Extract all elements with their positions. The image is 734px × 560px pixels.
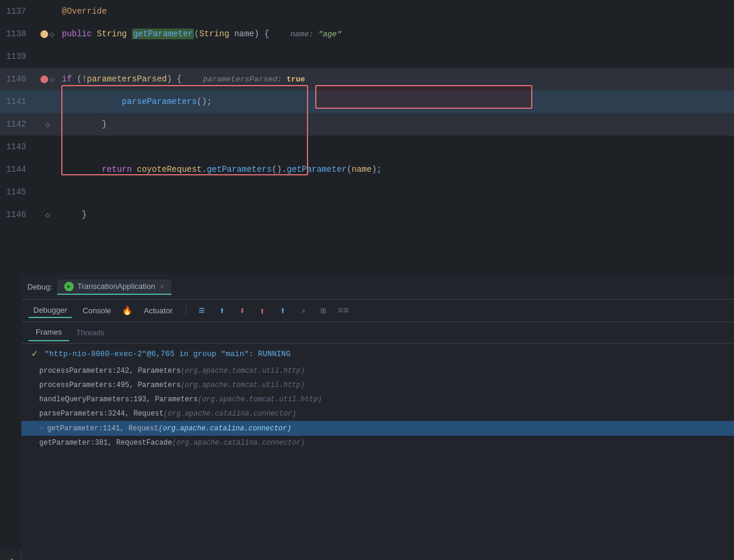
debug-panel: ↺ 🔧 ▶ ⏸ ⏹ ● ✏ Debug: TranscationApplicat… [0,275,734,560]
line-gutter: ◇ [36,210,59,220]
stack-frame-name: getParameter:381, RequestFacade [39,439,172,447]
thread-section: ✓ "http-nio-8080-exec-2"@6,765 in group … [21,344,734,560]
actuator-icon: 🔥 [122,306,132,316]
stack-frame-pkg: (org.apache.catalina.connector) [158,424,291,433]
code-line-1146: 1146 ◇ } [0,203,734,226]
sub-tab-frames[interactable]: Frames [29,324,69,341]
debug-panel-content: Debug: TranscationApplication × Debugger… [21,275,734,560]
stack-frame-2[interactable]: processParameters:495, Parameters (org.a… [21,378,734,392]
debug-label: Debug: [27,282,52,291]
line-content: @Override [59,7,734,16]
thread-name: "http-nio-8080-exec-2"@6,765 in group "m… [45,350,290,358]
code-line-1140: 1140 ◇ if (!parametersParsed) { paramete… [0,68,734,90]
debug-toolbar: Debugger Console 🔥 Actuator ≡ ⬆ ⬇ ⬇ ⬆ ↗ … [21,300,734,322]
stack-frame-1[interactable]: processParameters:242, Parameters (org.a… [21,364,734,378]
toolbar-sep-1 [186,305,186,317]
code-line-1143: 1143 [0,136,734,158]
line-gutter: ◇ [36,29,59,39]
line-gutter: ◇ [36,74,59,84]
toolbar-btn-step-out[interactable]: ⬇ [255,304,269,318]
debug-sidebar: ↺ 🔧 ▶ ⏸ ⏹ ● ✏ [0,549,21,560]
debug-diamond: ◇ [49,29,54,39]
line-number: 1138 [0,29,36,39]
stack-frame-name: parseParameters:3244, Request [39,410,164,418]
line-content: parseParameters(); [59,97,734,106]
debug-diamond-4: ◇ [45,210,50,220]
line-gutter: ◇ [36,119,59,130]
refresh-icon[interactable]: ↺ [4,554,17,560]
debug-tab-bar: Debug: TranscationApplication × [21,275,734,300]
line-number: 1141 [0,97,36,106]
code-line-1137: 1137 @Override [0,0,734,23]
toolbar-btn-settings[interactable]: ≡≡ [336,304,350,318]
sub-tab-threads[interactable]: Threads [69,325,112,341]
stack-frame-name: handleQueryParameters:193, Parameters [39,395,197,404]
line-number: 1140 [0,74,36,84]
stack-frame-pkg: (org.apache.catalina.connector) [164,410,296,418]
thread-running: ✓ "http-nio-8080-exec-2"@6,765 in group … [21,344,734,364]
line-number: 1142 [0,119,36,129]
return-icon: ↩ [39,424,43,433]
tab-actuator[interactable]: Actuator [139,304,177,317]
app-tab-name: TranscationApplication [77,282,155,291]
stack-frame-4[interactable]: parseParameters:3244, Request (org.apach… [21,407,734,421]
line-number: 1144 [0,165,36,174]
toolbar-btn-run-cursor[interactable]: ⬆ [275,304,290,318]
toolbar-btn-step-into[interactable]: ⬇ [235,304,249,318]
code-editor: 1137 @Override 1138 ◇ public String getP… [0,0,734,275]
toolbar-btn-step-over[interactable]: ⬆ [215,304,229,318]
main-layout: 1137 @Override 1138 ◇ public String getP… [0,0,734,560]
code-line-1138: 1138 ◇ public String getParameter(String… [0,23,734,45]
stack-frame-name: processParameters:242, Parameters [39,367,181,375]
line-content: public String getParameter(String name) … [59,29,734,39]
code-line-1145: 1145 [0,181,734,203]
stack-frame-pkg: (org.apache.tomcat.util.http) [181,381,305,389]
stack-frame-pkg: (org.apache.tomcat.util.http) [181,367,305,375]
line-number: 1139 [0,52,36,61]
stack-frame-5-selected[interactable]: ↩ getParameter:1141, Request (org.apache… [21,421,734,436]
breakpoint-yellow[interactable] [40,30,48,38]
tab-console[interactable]: Console [78,304,116,317]
line-number: 1145 [0,187,36,197]
debug-app-tab[interactable]: TranscationApplication × [57,279,171,295]
stack-frame-name: processParameters:495, Parameters [39,381,181,389]
line-number: 1146 [0,210,36,219]
code-line-1141: 1141 parseParameters(); [0,90,734,113]
toolbar-btn-eval[interactable]: ↗ [296,304,310,318]
code-line-1144: 1144 return coyoteRequest.getParameters(… [0,158,734,181]
line-content: if (!parametersParsed) { parametersParse… [59,74,734,84]
line-content: return coyoteRequest.getParameters().get… [59,165,734,174]
stack-frame-3[interactable]: handleQueryParameters:193, Parameters (o… [21,392,734,407]
stack-frame-6[interactable]: getParameter:381, RequestFacade (org.apa… [21,436,734,450]
check-icon: ✓ [31,348,39,359]
breakpoint-red[interactable] [40,75,48,83]
stack-frame-pkg: (org.apache.catalina.connector) [172,439,305,447]
app-icon [64,282,74,291]
line-number: 1137 [0,7,36,16]
debug-diamond-2: ◇ [49,74,54,84]
toolbar-btn-lines[interactable]: ≡ [195,304,209,318]
sub-tabs: Frames Threads [21,322,734,344]
debug-diamond-3: ◇ [45,119,50,130]
line-content: } [59,119,734,129]
toolbar-btn-grid[interactable]: ⊞ [316,304,330,318]
code-line-1139: 1139 [0,45,734,68]
close-tab-btn[interactable]: × [160,282,164,291]
line-number: 1143 [0,142,36,152]
stack-frame-name: getParameter:1141, Request [47,424,158,433]
line-content: } [59,210,734,219]
code-line-1142: 1142 ◇ } [0,113,734,136]
tab-debugger[interactable]: Debugger [29,303,72,318]
stack-frame-pkg: (org.apache.tomcat.util.http) [197,395,322,404]
